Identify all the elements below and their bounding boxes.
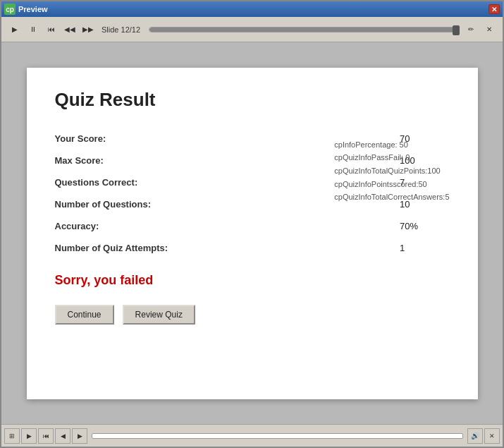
info-panel: cpInfoPercentage: 50 cpQuizInfoPassFail:… <box>334 138 449 204</box>
row-value-5: 1 <box>400 237 450 259</box>
bottom-play-button[interactable]: ▶ <box>21 428 37 444</box>
info-line-2: cpQuizInfoTotalQuizPoints:100 <box>334 164 449 178</box>
forward-button[interactable]: ▶▶ <box>80 22 96 37</box>
toolbar-progress-bar[interactable] <box>149 27 457 32</box>
bottom-bar: ⊞ ▶ ⏮ ◀ ▶ 🔊 ✕ <box>1 424 503 447</box>
info-line-0: cpInfoPercentage: 50 <box>334 138 449 152</box>
bottom-progress-bar[interactable] <box>92 433 463 439</box>
bottom-forward-button[interactable]: ▶ <box>72 428 87 444</box>
main-window: cp Preview ✕ ▶ ⏸ ⏮ ◀◀ ▶▶ Slide 12/12 ✏ ✕… <box>0 0 504 448</box>
toolbar: ▶ ⏸ ⏮ ◀◀ ▶▶ Slide 12/12 ✏ ✕ <box>1 17 503 42</box>
slide-content: Quiz Result Your Score: 70 Max Score: 10… <box>27 68 478 399</box>
title-bar: cp Preview ✕ <box>1 1 503 17</box>
rewind-button[interactable]: ⏮ <box>44 22 59 37</box>
back-button[interactable]: ◀◀ <box>62 22 78 37</box>
action-buttons: Continue Review Quiz <box>55 305 450 325</box>
title-bar-left: cp Preview <box>4 4 48 15</box>
window-close-button[interactable]: ✕ <box>488 4 500 14</box>
bottom-close-button[interactable]: ✕ <box>484 428 500 444</box>
continue-button[interactable]: Continue <box>55 305 114 325</box>
quiz-title: Quiz Result <box>55 89 450 111</box>
fail-message: Sorry, you failed <box>55 273 450 288</box>
row-value-4: 70% <box>400 215 450 237</box>
play-button[interactable]: ▶ <box>7 22 23 37</box>
main-area: Quiz Result Your Score: 70 Max Score: 10… <box>1 42 503 424</box>
table-row: Accuracy: 70% <box>55 215 450 237</box>
row-label-4: Accuracy: <box>55 215 400 237</box>
review-quiz-button[interactable]: Review Quiz <box>123 305 195 325</box>
toolbar-progress-fill <box>149 28 457 32</box>
info-line-3: cpQuizInfoPointsscored:50 <box>334 178 449 191</box>
info-line-1: cpQuizInfoPassFail: 0 <box>334 151 449 164</box>
bottom-rewind-button[interactable]: ⏮ <box>38 428 54 444</box>
bottom-back-button[interactable]: ◀ <box>55 428 70 444</box>
bottom-snapshot-button[interactable]: ⊞ <box>4 428 20 444</box>
progress-thumb <box>453 25 460 35</box>
slide-label: Slide 12/12 <box>102 25 140 34</box>
info-line-4: cpQuizInfoTotalCorrectAnswers:5 <box>334 190 449 204</box>
app-icon: cp <box>4 4 16 15</box>
toolbar-close-button[interactable]: ✕ <box>481 22 497 37</box>
volume-button[interactable]: 🔊 <box>467 428 483 444</box>
edit-button[interactable]: ✏ <box>463 22 479 37</box>
table-row: Number of Quiz Attempts: 1 <box>55 237 450 259</box>
row-label-5: Number of Quiz Attempts: <box>55 237 400 259</box>
pause-button[interactable]: ⏸ <box>25 22 41 37</box>
window-title: Preview <box>18 5 48 13</box>
